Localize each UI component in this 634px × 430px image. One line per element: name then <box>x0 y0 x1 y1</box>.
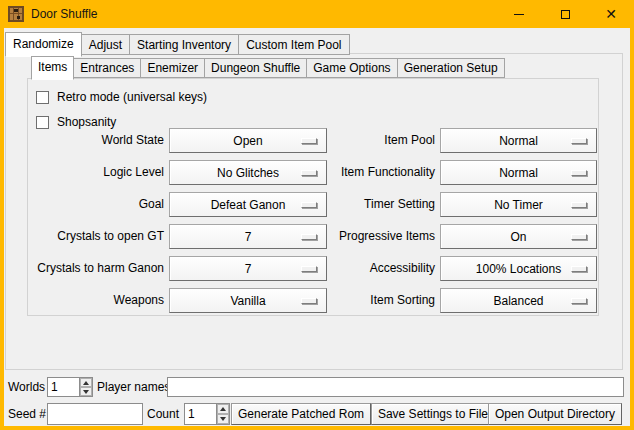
player-names-label: Player names <box>97 377 170 397</box>
worlds-up-button[interactable] <box>80 378 92 387</box>
crystals-open-gt-row: Crystals to open GT 7 <box>30 224 327 249</box>
world-state-value: Open <box>233 134 262 148</box>
menu-indicator-icon <box>301 170 317 176</box>
count-spinner[interactable]: 1 <box>184 403 230 425</box>
main-tab-bar: Randomize Adjust Starting Inventory Cust… <box>5 30 350 57</box>
crystals-harm-ganon-row: Crystals to harm Ganon 7 <box>30 256 327 281</box>
count-spinner-arrows <box>216 404 229 424</box>
accessibility-row: Accessibility 100% Locations <box>330 256 597 281</box>
count-label: Count <box>147 403 179 425</box>
menu-indicator-icon <box>301 298 317 304</box>
logic-level-dropdown[interactable]: No Glitches <box>169 160 327 185</box>
app-window: Door Shuffle ✕ Randomize Adjust Starting… <box>0 0 634 430</box>
player-names-input[interactable] <box>167 377 624 397</box>
tab-generation-setup[interactable]: Generation Setup <box>397 58 505 78</box>
item-functionality-label: Item Functionality <box>330 160 440 185</box>
save-settings-button[interactable]: Save Settings to File <box>371 403 495 425</box>
timer-setting-label: Timer Setting <box>330 192 440 217</box>
arrow-up-icon <box>220 407 226 411</box>
goal-value: Defeat Ganon <box>211 198 286 212</box>
tab-custom-item-pool[interactable]: Custom Item Pool <box>238 34 349 55</box>
logic-level-row: Logic Level No Glitches <box>30 160 327 185</box>
goal-label: Goal <box>30 192 169 217</box>
retro-mode-checkbox[interactable] <box>36 91 49 104</box>
item-functionality-value: Normal <box>499 166 538 180</box>
arrow-down-icon <box>83 390 89 394</box>
retro-mode-checkbox-row[interactable]: Retro mode (universal keys) <box>36 90 207 104</box>
crystals-harm-ganon-label: Crystals to harm Ganon <box>30 256 169 281</box>
tab-items[interactable]: Items <box>31 56 74 80</box>
maximize-button[interactable] <box>542 0 588 28</box>
menu-indicator-icon <box>571 266 587 272</box>
weapons-row: Weapons Vanilla <box>30 288 327 313</box>
menu-indicator-icon <box>571 234 587 240</box>
crystals-open-gt-dropdown[interactable]: 7 <box>169 224 327 249</box>
worlds-label: Worlds <box>8 377 45 397</box>
world-state-dropdown[interactable]: Open <box>169 128 327 153</box>
goal-row: Goal Defeat Ganon <box>30 192 327 217</box>
item-pool-label: Item Pool <box>330 128 440 153</box>
item-sorting-label: Item Sorting <box>330 288 440 313</box>
weapons-dropdown[interactable]: Vanilla <box>169 288 327 313</box>
menu-indicator-icon <box>571 298 587 304</box>
progressive-items-dropdown[interactable]: On <box>440 224 597 249</box>
tab-randomize[interactable]: Randomize <box>5 32 82 57</box>
goal-dropdown[interactable]: Defeat Ganon <box>169 192 327 217</box>
arrow-up-icon <box>83 381 89 385</box>
tab-entrances[interactable]: Entrances <box>73 58 141 78</box>
accessibility-dropdown[interactable]: 100% Locations <box>440 256 597 281</box>
menu-indicator-icon <box>301 138 317 144</box>
world-state-label: World State <box>30 128 169 153</box>
accessibility-value: 100% Locations <box>476 262 561 276</box>
item-pool-row: Item Pool Normal <box>330 128 597 153</box>
minimize-button[interactable] <box>496 0 542 28</box>
menu-indicator-icon <box>571 170 587 176</box>
progressive-items-value: On <box>510 230 526 244</box>
item-sorting-dropdown[interactable]: Balanced <box>440 288 597 313</box>
logic-level-value: No Glitches <box>217 166 279 180</box>
seed-input[interactable] <box>47 403 143 425</box>
client-area: Randomize Adjust Starting Inventory Cust… <box>4 28 630 426</box>
tab-game-options[interactable]: Game Options <box>306 58 397 78</box>
tab-enemizer[interactable]: Enemizer <box>140 58 205 78</box>
shopsanity-checkbox[interactable] <box>36 116 49 129</box>
tab-dungeon-shuffle[interactable]: Dungeon Shuffle <box>204 58 307 78</box>
world-state-row: World State Open <box>30 128 327 153</box>
generate-patched-rom-button[interactable]: Generate Patched Rom <box>231 403 371 425</box>
menu-indicator-icon <box>301 266 317 272</box>
item-sorting-value: Balanced <box>493 294 543 308</box>
shopsanity-checkbox-row[interactable]: Shopsanity <box>36 115 116 129</box>
item-pool-value: Normal <box>499 134 538 148</box>
retro-mode-label: Retro mode (universal keys) <box>57 90 207 104</box>
crystals-open-gt-label: Crystals to open GT <box>30 224 169 249</box>
count-up-button[interactable] <box>217 404 229 414</box>
weapons-label: Weapons <box>30 288 169 313</box>
caption-buttons: ✕ <box>496 0 634 28</box>
tab-starting-inventory[interactable]: Starting Inventory <box>129 34 239 55</box>
timer-setting-value: No Timer <box>494 198 543 212</box>
item-functionality-dropdown[interactable]: Normal <box>440 160 597 185</box>
menu-indicator-icon <box>301 202 317 208</box>
worlds-down-button[interactable] <box>80 387 92 396</box>
crystals-open-gt-value: 7 <box>245 230 252 244</box>
menu-indicator-icon <box>571 202 587 208</box>
minimize-icon <box>514 14 524 15</box>
close-icon: ✕ <box>605 7 617 21</box>
tab-adjust[interactable]: Adjust <box>81 34 130 55</box>
item-pool-dropdown[interactable]: Normal <box>440 128 597 153</box>
count-down-button[interactable] <box>217 414 229 424</box>
worlds-spinner[interactable]: 1 <box>47 377 93 397</box>
count-value: 1 <box>185 404 216 424</box>
open-output-directory-button[interactable]: Open Output Directory <box>488 403 622 425</box>
accessibility-label: Accessibility <box>330 256 440 281</box>
crystals-harm-ganon-dropdown[interactable]: 7 <box>169 256 327 281</box>
item-sorting-row: Item Sorting Balanced <box>330 288 597 313</box>
seed-label: Seed # <box>8 403 46 425</box>
shopsanity-label: Shopsanity <box>57 115 116 129</box>
timer-setting-dropdown[interactable]: No Timer <box>440 192 597 217</box>
item-functionality-row: Item Functionality Normal <box>330 160 597 185</box>
maximize-icon <box>561 10 570 19</box>
close-button[interactable]: ✕ <box>588 0 634 28</box>
timer-setting-row: Timer Setting No Timer <box>330 192 597 217</box>
logic-level-label: Logic Level <box>30 160 169 185</box>
